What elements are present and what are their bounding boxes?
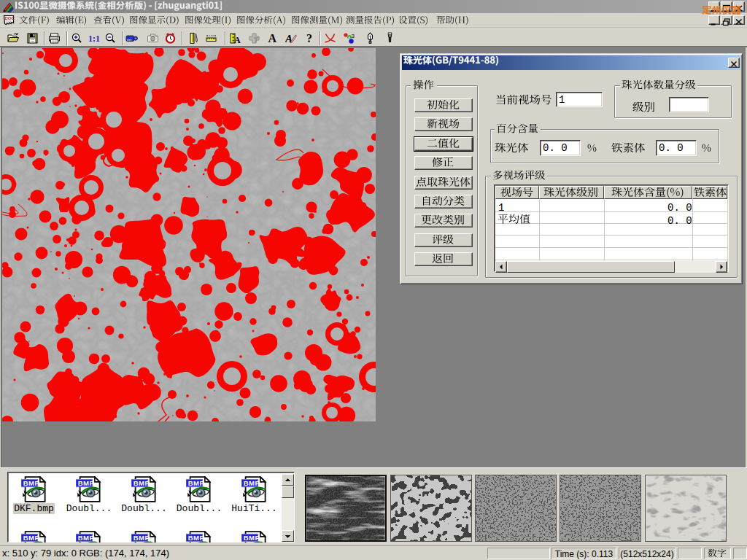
svg-text:BMP: BMP	[23, 534, 39, 542]
svg-text:1:1: 1:1	[88, 34, 100, 44]
svg-text:BMP: BMP	[133, 479, 150, 487]
svg-text:BMP: BMP	[188, 479, 205, 487]
svg-text:3: 3	[352, 33, 355, 39]
svg-text:BMP: BMP	[188, 534, 205, 542]
svg-text:a: a	[348, 35, 351, 40]
svg-text:A: A	[234, 35, 241, 44]
svg-text:?: ?	[306, 32, 312, 44]
svg-text:BMP: BMP	[78, 534, 95, 542]
svg-text:BMP: BMP	[243, 534, 260, 542]
svg-text:DOC: DOC	[5, 16, 15, 20]
svg-text:A: A	[268, 32, 277, 44]
svg-text:BMP: BMP	[243, 479, 260, 487]
svg-text:BMP: BMP	[133, 534, 150, 542]
svg-text:BMP: BMP	[78, 479, 95, 487]
svg-text:BMP: BMP	[23, 479, 39, 487]
